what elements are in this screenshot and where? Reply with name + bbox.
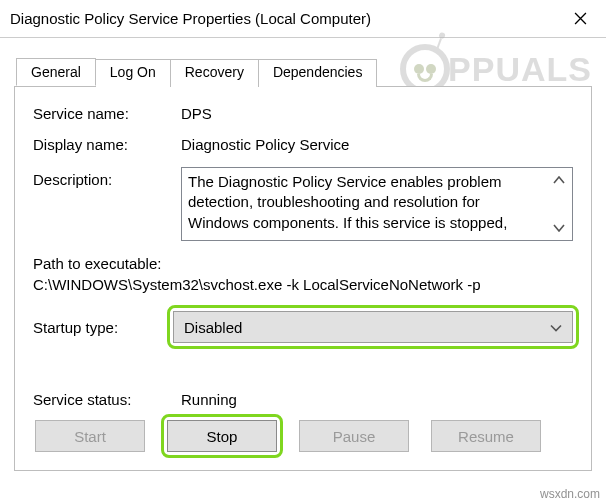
- stop-button[interactable]: Stop: [167, 420, 277, 452]
- tab-recovery[interactable]: Recovery: [170, 59, 259, 87]
- close-button[interactable]: [554, 0, 606, 37]
- scroll-up-icon[interactable]: [553, 176, 565, 184]
- tab-panel-general: Service name: DPS Display name: Diagnost…: [14, 86, 592, 471]
- window-title: Diagnostic Policy Service Properties (Lo…: [10, 10, 554, 27]
- tab-general[interactable]: General: [16, 58, 96, 86]
- tab-dependencies[interactable]: Dependencies: [258, 59, 378, 87]
- description-box: The Diagnostic Policy Service enables pr…: [181, 167, 573, 241]
- path-to-exe-label: Path to executable:: [33, 255, 573, 272]
- display-name-value: Diagnostic Policy Service: [181, 136, 573, 153]
- service-status-label: Service status:: [33, 391, 181, 408]
- tab-bar: General Log On Recovery Dependencies: [16, 58, 592, 86]
- site-watermark: wsxdn.com: [540, 487, 600, 501]
- startup-type-value: Disabled: [184, 319, 242, 336]
- display-name-label: Display name:: [33, 136, 181, 153]
- service-control-buttons: Start Stop Pause Resume: [33, 420, 573, 452]
- description-label: Description:: [33, 167, 181, 188]
- description-scrollbar: [546, 168, 572, 240]
- chevron-down-icon: [550, 319, 562, 336]
- description-text[interactable]: The Diagnostic Policy Service enables pr…: [182, 168, 546, 240]
- startup-type-combobox[interactable]: Disabled: [173, 311, 573, 343]
- titlebar: Diagnostic Policy Service Properties (Lo…: [0, 0, 606, 38]
- close-icon: [574, 12, 587, 25]
- pause-button[interactable]: Pause: [299, 420, 409, 452]
- startup-type-label: Startup type:: [33, 319, 173, 336]
- tab-log-on[interactable]: Log On: [95, 59, 171, 87]
- scroll-down-icon[interactable]: [553, 224, 565, 232]
- path-to-exe-value: C:\WINDOWS\System32\svchost.exe -k Local…: [33, 276, 573, 293]
- service-name-label: Service name:: [33, 105, 181, 122]
- resume-button[interactable]: Resume: [431, 420, 541, 452]
- service-status-value: Running: [181, 391, 237, 408]
- service-name-value: DPS: [181, 105, 573, 122]
- start-button[interactable]: Start: [35, 420, 145, 452]
